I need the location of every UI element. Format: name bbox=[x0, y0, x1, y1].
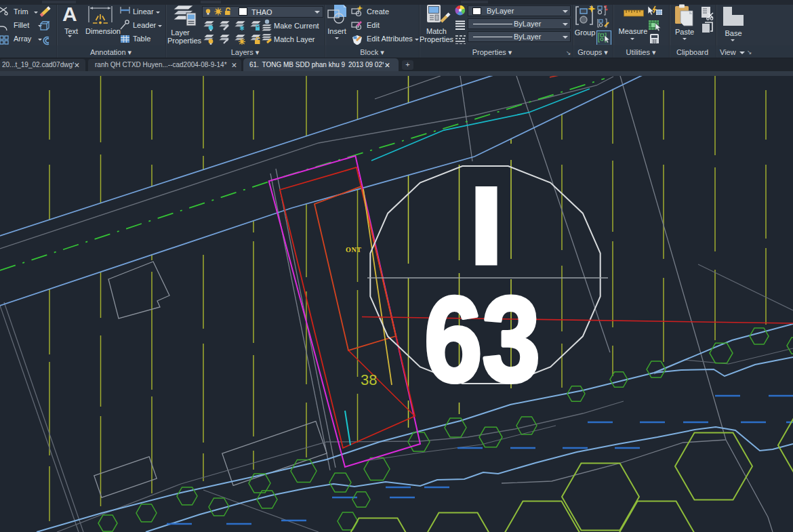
svg-text:38: 38 bbox=[361, 371, 377, 388]
svg-text:63: 63 bbox=[424, 272, 540, 407]
svg-text:ONT: ONT bbox=[346, 246, 361, 253]
